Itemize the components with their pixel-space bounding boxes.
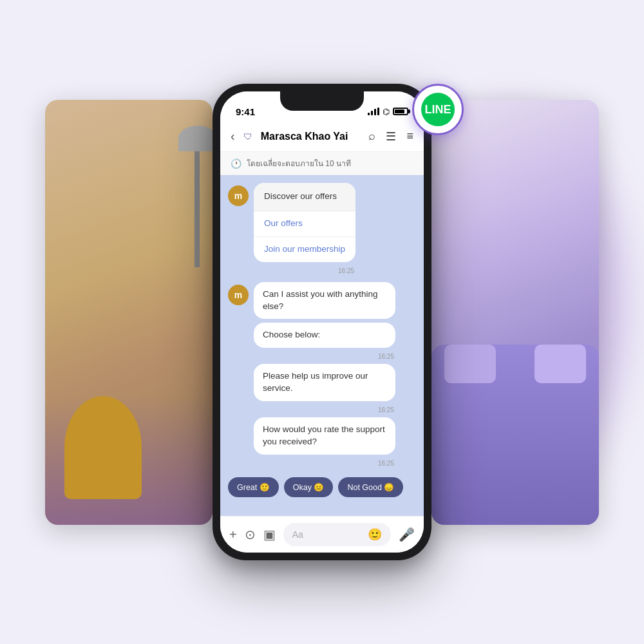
clock-icon: 🕐 bbox=[231, 158, 242, 169]
bg-card-right bbox=[431, 100, 599, 525]
image-icon[interactable]: ▣ bbox=[263, 527, 276, 542]
bot-avatar: m bbox=[228, 185, 249, 206]
not-good-button[interactable]: Not Good 😞 bbox=[338, 477, 403, 497]
menu-icon[interactable]: ≡ bbox=[406, 129, 413, 143]
choose-bubble: Choose below: bbox=[254, 323, 395, 348]
msg-time-3: 16:25 bbox=[254, 406, 395, 413]
battery-fill bbox=[395, 109, 404, 113]
mic-icon[interactable]: 🎤 bbox=[399, 527, 415, 542]
status-icons: ⌬ bbox=[368, 107, 408, 117]
response-bar: 🕐 โดยเฉลี่ยจะตอบภายใน 10 นาที bbox=[220, 152, 424, 175]
msg-time-4: 16:25 bbox=[254, 460, 395, 467]
bg-card-left bbox=[45, 100, 213, 525]
status-time: 9:41 bbox=[236, 106, 255, 117]
scene: LINE 9:41 ⌬ bbox=[32, 48, 612, 596]
battery-icon bbox=[393, 108, 408, 115]
signal-bar-4 bbox=[377, 108, 379, 115]
assist-bubble: Can I assist you with anything else? bbox=[254, 282, 395, 319]
great-button[interactable]: Great 🙂 bbox=[228, 477, 279, 497]
signal-bar-2 bbox=[371, 111, 373, 115]
back-button[interactable]: ‹ bbox=[231, 129, 235, 144]
discover-group: Discover our offers Our offers Join our … bbox=[254, 183, 355, 274]
msg-time-2: 16:25 bbox=[254, 353, 395, 360]
response-text: โดยเฉลี่ยจะตอบภายใน 10 นาที bbox=[247, 157, 351, 169]
our-offers-link[interactable]: Our offers bbox=[254, 211, 355, 237]
signal-bar-3 bbox=[374, 109, 376, 115]
improve-bubble: Please help us improve our service. bbox=[254, 364, 395, 401]
line-badge: LINE bbox=[412, 84, 464, 135]
rate-bubble: How would you rate the support you recei… bbox=[254, 417, 395, 455]
phone-frame: 9:41 ⌬ ‹ 🛡 Maras bbox=[213, 84, 431, 560]
search-icon[interactable]: ⌕ bbox=[368, 129, 375, 143]
signal-bars bbox=[368, 108, 379, 115]
header-icons: ⌕ ☰ ≡ bbox=[368, 129, 413, 144]
input-bar: + ⊙ ▣ Aa 🙂 🎤 bbox=[220, 516, 424, 553]
discover-title: Discover our offers bbox=[254, 183, 355, 211]
status-bar: 9:41 ⌬ bbox=[220, 91, 424, 122]
notch bbox=[280, 91, 364, 111]
bot-avatar-label: m bbox=[234, 191, 242, 201]
bot-row-assist: m Can I assist you with anything else? C… bbox=[228, 282, 416, 467]
line-icon: LINE bbox=[421, 93, 455, 126]
wifi-icon: ⌬ bbox=[383, 107, 390, 117]
discover-card: Discover our offers Our offers Join our … bbox=[254, 183, 355, 262]
bot-avatar-2: m bbox=[228, 285, 249, 305]
camera-icon[interactable]: ⊙ bbox=[245, 527, 256, 542]
plus-icon[interactable]: + bbox=[229, 527, 237, 542]
message-input[interactable]: Aa 🙂 bbox=[283, 523, 391, 546]
signal-bar-1 bbox=[368, 113, 370, 115]
membership-link[interactable]: Join our membership bbox=[254, 237, 355, 262]
note-icon[interactable]: ☰ bbox=[386, 129, 396, 144]
chat-header: ‹ 🛡 Marasca Khao Yai ⌕ ☰ ≡ bbox=[220, 122, 424, 152]
shield-icon: 🛡 bbox=[242, 130, 254, 143]
assist-group: Can I assist you with anything else? Cho… bbox=[254, 282, 395, 467]
phone-screen: 9:41 ⌬ ‹ 🛡 Maras bbox=[220, 91, 424, 553]
msg-time-1: 16:25 bbox=[254, 267, 355, 274]
rating-row: Great 🙂 Okay 😐 Not Good 😞 bbox=[228, 477, 416, 497]
emoji-icon[interactable]: 🙂 bbox=[368, 527, 382, 542]
line-label: LINE bbox=[424, 103, 451, 117]
chat-area: m Discover our offers Our offers Join ou… bbox=[220, 175, 424, 516]
bot-row-discover: m Discover our offers Our offers Join ou… bbox=[228, 183, 416, 274]
okay-button[interactable]: Okay 😐 bbox=[284, 477, 334, 497]
chat-title: Marasca Khao Yai bbox=[261, 131, 363, 142]
input-placeholder: Aa bbox=[292, 529, 303, 540]
